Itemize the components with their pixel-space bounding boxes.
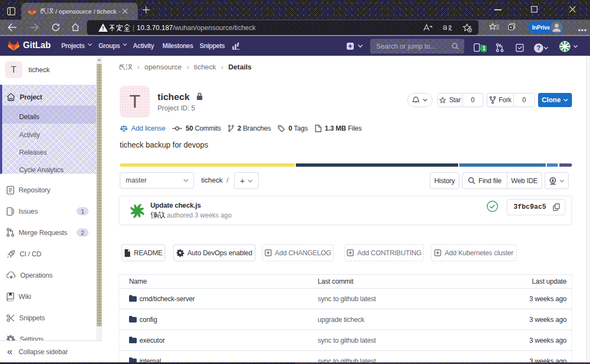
svg-text:1: 1 [482,45,486,51]
svg-text:?: ? [536,44,540,52]
